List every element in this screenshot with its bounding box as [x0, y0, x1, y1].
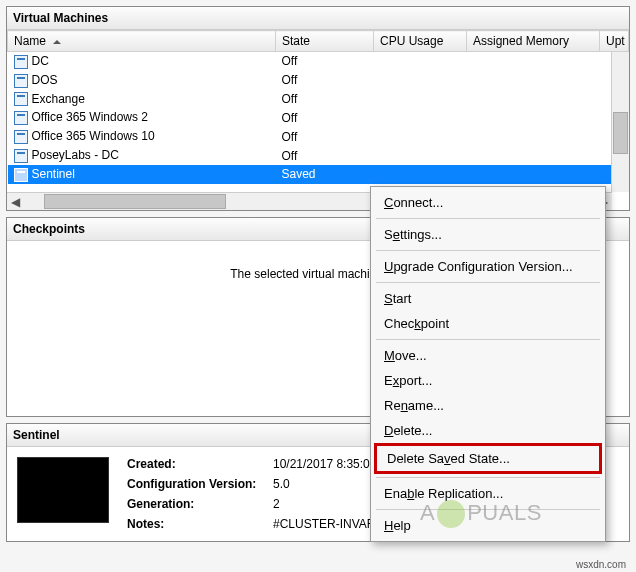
table-row[interactable]: Office 365 Windows 10 Off [8, 127, 629, 146]
menu-separator [376, 218, 600, 219]
site-attribution: wsxdn.com [576, 559, 626, 570]
mi-text: ed State... [451, 451, 510, 466]
table-row[interactable]: DOS Off [8, 71, 629, 90]
vm-icon [14, 55, 28, 69]
mi-text: port... [399, 373, 432, 388]
column-name-label: Name [14, 34, 46, 48]
vm-name: Office 365 Windows 2 [32, 110, 149, 124]
vm-icon [14, 149, 28, 163]
mi-text: ame... [408, 398, 444, 413]
mi-text: Delete Sa [387, 451, 444, 466]
watermark: APUALS [420, 500, 542, 528]
vm-name: DOS [32, 73, 58, 87]
vm-state: Off [276, 146, 374, 165]
scrollbar-thumb[interactable] [44, 194, 226, 209]
menu-separator [376, 339, 600, 340]
menu-settings[interactable]: Settings... [374, 222, 602, 247]
mi-text: Re [384, 398, 401, 413]
menu-upgrade-config[interactable]: Upgrade Configuration Version... [374, 254, 602, 279]
vm-icon [14, 130, 28, 144]
menu-delete-saved-state[interactable]: Delete Saved State... [374, 443, 602, 474]
vm-name: PoseyLabs - DC [32, 148, 119, 162]
menu-start[interactable]: Start [374, 286, 602, 311]
table-row[interactable]: DC Off [8, 52, 629, 71]
scroll-left-arrow[interactable]: ◀ [7, 193, 24, 210]
vm-name: Sentinel [32, 167, 75, 181]
mi-text: onnect... [393, 195, 443, 210]
vm-name: Office 365 Windows 10 [32, 129, 155, 143]
column-name[interactable]: Name [8, 31, 276, 52]
menu-delete[interactable]: Delete... [374, 418, 602, 443]
vm-name: Exchange [32, 92, 85, 106]
vm-icon [14, 92, 28, 106]
vm-state: Off [276, 71, 374, 90]
column-assigned-memory[interactable]: Assigned Memory [467, 31, 600, 52]
mi-text: pgrade Configuration Version... [393, 259, 572, 274]
mi-text: ove... [395, 348, 427, 363]
menu-separator [376, 282, 600, 283]
mi-text: S [384, 227, 393, 242]
vm-state: Off [276, 108, 374, 127]
watermark-icon [437, 500, 465, 528]
mi-text: elp [393, 518, 410, 533]
menu-move[interactable]: Move... [374, 343, 602, 368]
scrollbar-thumb[interactable] [613, 112, 628, 154]
highlight-annotation: Delete Saved State... [374, 443, 602, 474]
mi-text: tart [393, 291, 412, 306]
vm-state: Off [276, 52, 374, 71]
vm-icon [14, 111, 28, 125]
generation-label: Generation: [127, 497, 267, 511]
table-row[interactable]: Sentinel Saved [8, 165, 629, 184]
config-version-label: Configuration Version: [127, 477, 267, 491]
vm-context-menu: Connect... Settings... Upgrade Configura… [370, 186, 606, 542]
vm-state: Off [276, 90, 374, 109]
vm-state: Saved [276, 165, 374, 184]
menu-rename[interactable]: Rename... [374, 393, 602, 418]
column-cpu-usage[interactable]: CPU Usage [374, 31, 467, 52]
vm-panel-header: Virtual Machines [7, 7, 629, 30]
column-headers-row: Name State CPU Usage Assigned Memory Upt [8, 31, 629, 52]
vm-icon [14, 168, 28, 182]
menu-checkpoint[interactable]: Checkpoint [374, 311, 602, 336]
notes-label: Notes: [127, 517, 267, 531]
virtual-machines-panel: Virtual Machines Name State CPU Usage As… [6, 6, 630, 211]
mi-text: le Replication... [414, 486, 503, 501]
sort-ascending-icon [53, 40, 61, 44]
mi-text: elete... [393, 423, 432, 438]
mi-text: Ena [384, 486, 407, 501]
vm-name: DC [32, 54, 49, 68]
vertical-scrollbar[interactable] [611, 52, 629, 192]
mi-text: point [421, 316, 449, 331]
menu-separator [376, 477, 600, 478]
menu-connect[interactable]: Connect... [374, 190, 602, 215]
vm-state: Off [276, 127, 374, 146]
table-row[interactable]: PoseyLabs - DC Off [8, 146, 629, 165]
menu-export[interactable]: Export... [374, 368, 602, 393]
mi-text: Chec [384, 316, 414, 331]
mi-text: ttings... [400, 227, 442, 242]
table-row[interactable]: Exchange Off [8, 90, 629, 109]
table-row[interactable]: Office 365 Windows 2 Off [8, 108, 629, 127]
vm-table: Name State CPU Usage Assigned Memory Upt… [7, 30, 629, 184]
column-state[interactable]: State [276, 31, 374, 52]
vm-thumbnail [17, 457, 109, 523]
menu-separator [376, 250, 600, 251]
generation-value: 2 [273, 497, 280, 511]
column-uptime[interactable]: Upt [600, 31, 629, 52]
created-label: Created: [127, 457, 267, 471]
vm-icon [14, 74, 28, 88]
mi-text: E [384, 373, 393, 388]
config-version-value: 5.0 [273, 477, 290, 491]
